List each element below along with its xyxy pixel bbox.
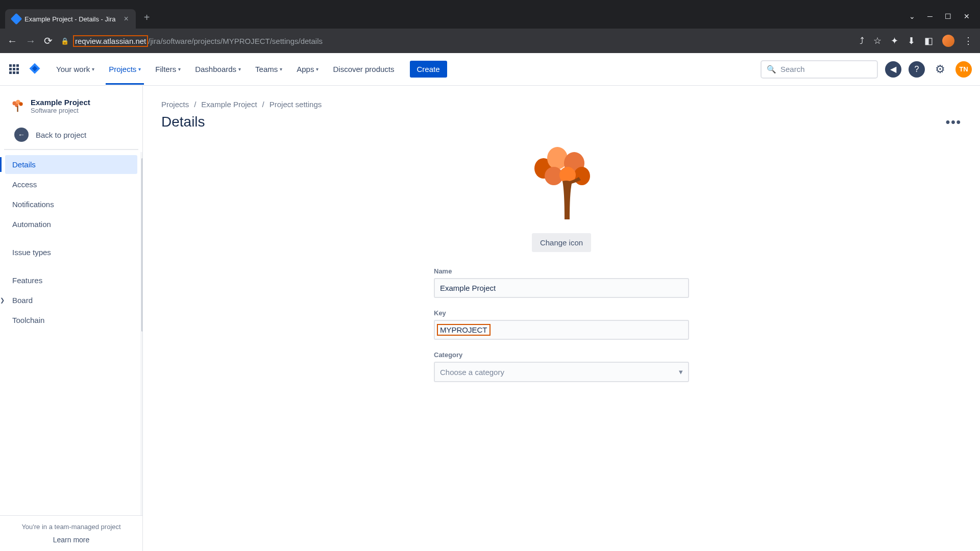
nav-discover[interactable]: Discover products: [328, 62, 399, 77]
scrollbar-thumb[interactable]: [141, 158, 142, 332]
name-label: Name: [434, 267, 689, 275]
nav-your-work[interactable]: Your work▾: [51, 62, 100, 77]
browser-menu-icon[interactable]: ⋮: [964, 35, 973, 46]
more-actions-icon[interactable]: •••: [946, 115, 962, 129]
sidebar-item-features[interactable]: Features: [5, 271, 137, 290]
sidebar-footer: You're in a team-managed project Learn m…: [0, 515, 142, 551]
project-header: Example Project Software project: [0, 86, 142, 122]
browser-tab-bar: Example Project - Details - Jira × + ⌄ ─…: [0, 0, 980, 29]
panel-icon[interactable]: ◧: [924, 35, 933, 46]
reload-button[interactable]: ⟳: [44, 35, 53, 47]
settings-icon[interactable]: ⚙: [932, 61, 948, 78]
url-host: reqview.atlassian.net: [73, 35, 148, 47]
sidebar-item-access[interactable]: Access: [5, 175, 137, 194]
sidebar: Example Project Software project ← Back …: [0, 86, 143, 551]
sidebar-nav: Details Access Notifications Automation …: [0, 152, 142, 515]
expand-icon: ❯: [0, 297, 6, 304]
back-button[interactable]: ←: [7, 35, 17, 47]
breadcrumb: Projects / Example Project / Project set…: [161, 100, 962, 109]
chevron-down-icon: ▾: [679, 367, 683, 377]
forward-button[interactable]: →: [26, 35, 36, 47]
breadcrumb-settings[interactable]: Project settings: [270, 100, 322, 109]
sidebar-item-automation[interactable]: Automation: [5, 215, 137, 234]
lock-icon: 🔒: [61, 37, 69, 45]
change-icon-button[interactable]: Change icon: [532, 233, 591, 252]
category-select[interactable]: Choose a category ▾: [434, 362, 689, 382]
key-input[interactable]: MYPROJECT: [434, 320, 689, 340]
browser-profile-avatar[interactable]: [942, 35, 954, 47]
svg-point-8: [574, 167, 590, 185]
maximize-icon[interactable]: ☐: [945, 12, 951, 20]
user-avatar[interactable]: TN: [955, 61, 972, 78]
breadcrumb-projects[interactable]: Projects: [161, 100, 189, 109]
tab-title: Example Project - Details - Jira: [24, 15, 115, 23]
url-path: /jira/software/projects/MYPROJECT/settin…: [148, 37, 323, 45]
project-title: Example Project: [31, 98, 90, 107]
nav-projects[interactable]: Projects▾: [104, 62, 146, 77]
create-button[interactable]: Create: [410, 61, 447, 78]
details-form: Change icon Name Key MYPROJECT Category: [434, 145, 689, 382]
app-header: Your work▾ Projects▾ Filters▾ Dashboards…: [0, 53, 980, 86]
scrollbar[interactable]: ▴ ▾: [140, 152, 142, 515]
back-to-project[interactable]: ← Back to project: [4, 122, 138, 150]
downloads-icon[interactable]: ⬇: [908, 35, 915, 46]
browser-tab[interactable]: Example Project - Details - Jira ×: [5, 9, 136, 29]
sidebar-item-board[interactable]: ❯Board: [5, 291, 137, 310]
sidebar-item-details[interactable]: Details: [5, 155, 137, 174]
learn-more-link[interactable]: Learn more: [7, 536, 135, 544]
svg-rect-4: [17, 106, 18, 112]
help-icon[interactable]: ?: [909, 61, 925, 78]
breadcrumb-project[interactable]: Example Project: [201, 100, 257, 109]
name-input[interactable]: [434, 278, 689, 298]
main-content: Projects / Example Project / Project set…: [143, 86, 980, 551]
jira-favicon: [11, 13, 22, 25]
window-controls: ⌄ ─ ☐ ✕: [909, 12, 980, 29]
minimize-icon[interactable]: ─: [927, 12, 933, 20]
nav-filters[interactable]: Filters▾: [150, 62, 186, 77]
close-window-icon[interactable]: ✕: [964, 12, 970, 20]
jira-app: Your work▾ Projects▾ Filters▾ Dashboards…: [0, 53, 980, 551]
url-bar[interactable]: 🔒 reqview.atlassian.net/jira/software/pr…: [61, 37, 851, 45]
notifications-icon[interactable]: ◀: [885, 61, 901, 78]
category-label: Category: [434, 351, 689, 359]
nav-apps[interactable]: Apps▾: [291, 62, 324, 77]
share-icon[interactable]: ⤴: [860, 36, 864, 46]
search-input[interactable]: 🔍 Search: [761, 60, 878, 79]
close-tab-icon[interactable]: ×: [124, 14, 128, 23]
project-subtitle: Software project: [31, 107, 90, 114]
browser-toolbar: ← → ⟳ 🔒 reqview.atlassian.net/jira/softw…: [0, 29, 980, 53]
nav-teams[interactable]: Teams▾: [250, 62, 287, 77]
new-tab-button[interactable]: +: [144, 12, 150, 23]
key-value-highlight: MYPROJECT: [437, 324, 491, 336]
nav-dashboards[interactable]: Dashboards▾: [190, 62, 246, 77]
project-icon-large: [526, 145, 597, 222]
svg-point-2: [19, 102, 22, 106]
jira-logo[interactable]: [28, 62, 42, 77]
project-icon: [10, 99, 24, 113]
star-icon[interactable]: ☆: [873, 35, 881, 46]
extensions-icon[interactable]: ✦: [891, 35, 898, 46]
search-icon: 🔍: [767, 65, 776, 74]
browser-toolbar-icons: ⤴ ☆ ✦ ⬇ ◧ ⋮: [860, 35, 973, 47]
key-label: Key: [434, 309, 689, 317]
sidebar-item-issue-types[interactable]: Issue types: [5, 243, 137, 262]
app-switcher-icon[interactable]: [8, 63, 20, 76]
page-title: Details: [161, 114, 205, 130]
chevron-down-icon[interactable]: ⌄: [909, 12, 915, 20]
back-arrow-icon: ←: [14, 128, 29, 142]
sidebar-item-notifications[interactable]: Notifications: [5, 195, 137, 214]
sidebar-item-toolchain[interactable]: Toolchain: [5, 311, 137, 330]
